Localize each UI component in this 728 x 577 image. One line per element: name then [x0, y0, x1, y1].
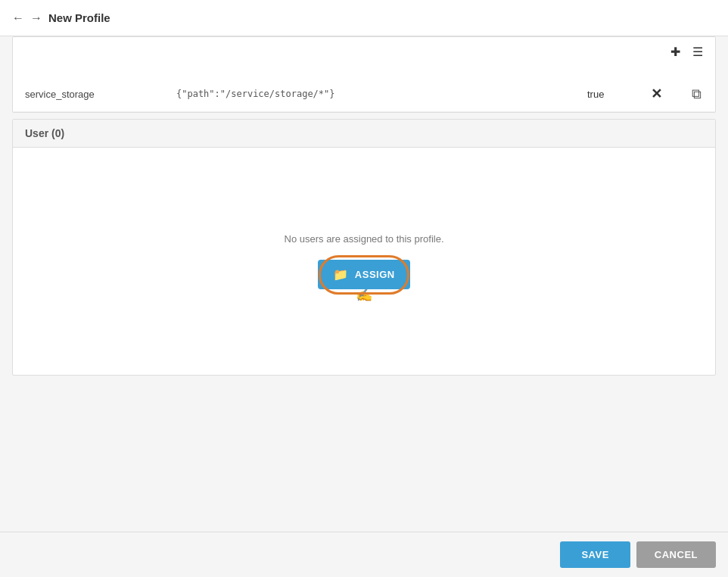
forward-arrow-icon[interactable]: →	[30, 11, 42, 25]
cancel-button[interactable]: CANCEL	[636, 541, 716, 568]
assign-button-wrapper: 📁 ASSIGN ✍	[318, 260, 409, 289]
top-icons-row: ✚ ☰	[13, 37, 715, 67]
partial-top-section: ✚ ☰ service_storage {"path":"/service/st…	[12, 36, 716, 113]
add-icon[interactable]: ✚	[667, 43, 683, 61]
service-path-cell: {"path":"/service/storage/*"}	[164, 76, 575, 112]
user-section-card: User (0) No users are assigned to this p…	[12, 119, 716, 376]
main-content[interactable]: ✚ ☰ service_storage {"path":"/service/st…	[0, 36, 728, 532]
partial-top-row: ✚ ☰	[13, 37, 715, 76]
external-link-cell[interactable]: ⧉	[677, 76, 715, 112]
delete-row-button[interactable]: ✕	[648, 84, 665, 104]
service-value-cell: true	[575, 76, 636, 112]
user-section-body: No users are assigned to this profile. 📁…	[13, 148, 715, 375]
service-name-cell: service_storage	[13, 76, 164, 112]
save-button[interactable]: SAVE	[560, 541, 630, 568]
page-container: ← → New Profile ✚ ☰ service_storage {"pa…	[0, 0, 728, 577]
back-arrow-icon[interactable]: ←	[12, 11, 24, 25]
user-section-header: User (0)	[13, 120, 715, 148]
permissions-table: service_storage {"path":"/service/storag…	[13, 76, 715, 112]
external-link-icon[interactable]: ⧉	[692, 86, 702, 101]
page-title: New Profile	[48, 11, 110, 24]
folder-icon: 📁	[333, 267, 349, 282]
assign-button[interactable]: 📁 ASSIGN	[318, 260, 409, 289]
menu-icon[interactable]: ☰	[689, 43, 706, 61]
footer-bar: SAVE CANCEL	[0, 532, 728, 577]
delete-cell[interactable]: ✕	[636, 76, 677, 112]
assign-button-label: ASSIGN	[355, 269, 395, 280]
no-users-message: No users are assigned to this profile.	[285, 233, 444, 245]
header-bar: ← → New Profile	[0, 0, 728, 36]
table-row: service_storage {"path":"/service/storag…	[13, 76, 715, 112]
user-section-title: User (0)	[25, 127, 64, 139]
